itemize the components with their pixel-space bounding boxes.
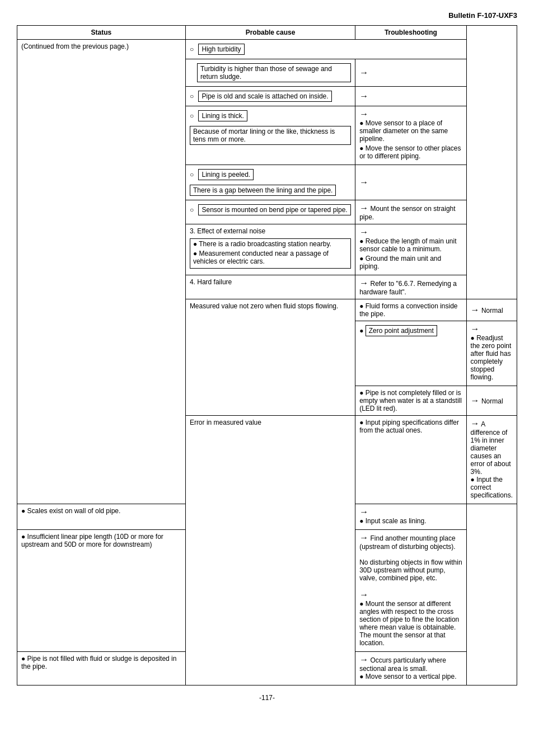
trouble-lining-peeled: → (355, 165, 466, 200)
arrow-icon: → (359, 590, 368, 600)
trouble-not-filled-normal: Normal (481, 397, 503, 405)
trouble-straight-pipe: Mount the sensor on straight pipe. (359, 205, 455, 221)
arrow-icon: → (359, 91, 368, 101)
trouble-sludge-list: Move sensor to a vertical pipe. (359, 673, 462, 680)
bulletin-header: Bulletin F-107-UXF3 (17, 11, 517, 20)
bullet-not-filled: ● (359, 389, 366, 397)
trouble-noise-item2: Ground the main unit and piping. (359, 255, 462, 270)
cause-lining-peeled: ○ Lining is peeled. There is a gap betwe… (185, 165, 355, 200)
cause-hard-failure: 4. Hard failure (185, 275, 355, 299)
main-table: Status Probable cause Troubleshooting (C… (17, 25, 517, 685)
trouble-pipe-length-text1: Find another mounting place (upstream of… (359, 534, 455, 551)
trouble-pipe-length-list: Mount the sensor at different angles wit… (359, 600, 462, 647)
trouble-convection: → Normal (466, 299, 517, 321)
lining-peeled-detail: There is a gap between the lining and th… (190, 184, 351, 197)
cause-external-noise: 3. Effect of external noise There is a r… (185, 224, 355, 275)
trouble-zero-item1: Readjust the zero point after fluid has … (471, 334, 513, 381)
arrow-icon: → (359, 278, 368, 288)
trouble-pipe-length-text2: No disturbing objects in flow within 30D… (359, 558, 462, 582)
trouble-hard-failure: → Refer to "6.6.7. Remedying a hardware … (355, 275, 466, 299)
arrow-icon: → (471, 324, 480, 334)
arrow-icon: → (471, 419, 480, 429)
noise-list: There is a radio broadcasting station ne… (193, 240, 348, 265)
trouble-lining-item1: Move sensor to a place of smaller diamet… (359, 119, 462, 143)
cause-not-filled: ● Pipe is not completely filled or is em… (355, 386, 466, 416)
trouble-scales-item1: Input scale as lining. (359, 517, 462, 525)
trouble-lining-list: Move sensor to a place of smaller diamet… (359, 119, 462, 160)
trouble-lining-item2: Move the sensor to other places or to di… (359, 144, 462, 160)
cause-convection: ● Fluid forms a convection inside the pi… (355, 299, 466, 321)
trouble-zero-list: Readjust the zero point after fluid has … (471, 334, 513, 381)
trouble-pipe-old: → (355, 87, 466, 106)
table-row: (Continued from the previous page.) ○ Hi… (17, 40, 517, 59)
bullet-specs: ● (359, 419, 366, 426)
trouble-convection-normal: Normal (481, 307, 503, 314)
circle-icon: ○ (190, 171, 194, 179)
trouble-turbidity-high: → (355, 59, 466, 87)
circle-icon: ○ (190, 112, 194, 120)
circle-icon: ○ (190, 45, 194, 53)
cause-sludge: ● Pipe is not filled with fluid or sludg… (17, 652, 186, 685)
lining-thick-detail: Because of mortar lining or the like, th… (190, 125, 351, 146)
trouble-lining: → Move sensor to a place of smaller diam… (355, 106, 466, 165)
trouble-sludge: → Occurs particularly where sectional ar… (355, 652, 466, 685)
bend-pipe-label: Sensor is mounted on bend pipe or tapere… (198, 204, 350, 215)
cause-lining-thick: ○ Lining is thick. Because of mortar lin… (185, 106, 355, 165)
trouble-sludge-text: Occurs particularly where sectional area… (359, 656, 446, 673)
external-noise-detail: There is a radio broadcasting station ne… (190, 237, 351, 270)
cause-pipe-length: ● Insufficient linear pipe length (10D o… (17, 530, 186, 652)
page-footer: -117- (17, 694, 517, 702)
trouble-specs-list: Input the correct specifications. (471, 476, 513, 499)
noise-box: There is a radio broadcasting station ne… (190, 238, 351, 269)
arrow-icon: → (359, 507, 368, 517)
cause-piping-specs: ● Input piping specifications differ fro… (355, 416, 466, 504)
bullet-scales: ● (21, 507, 27, 515)
arrow-icon: → (359, 68, 368, 78)
trouble-noise: → Reduce the length of main unit sensor … (355, 224, 466, 275)
bullet-convection: ● (359, 302, 366, 310)
trouble-bend: → Mount the sensor on straight pipe. (355, 200, 466, 224)
status-error: Error in measured value (185, 416, 355, 685)
arrow-icon: → (471, 305, 480, 315)
cause-turbidity-high: Turbidity is higher than those of sewage… (185, 59, 355, 87)
status-zero-flow: Measured value not zero when fluid stops… (185, 299, 355, 416)
circle-icon: ○ (190, 206, 194, 214)
bullet-pipe-length: ● (21, 533, 27, 541)
cause-high-turbidity: ○ High turbidity (185, 40, 466, 59)
arrow-icon: → (359, 533, 368, 543)
arrow-icon: → (359, 203, 368, 213)
trouble-specs-text: A difference of 1% in inner diameter cau… (471, 420, 511, 476)
trouble-not-filled: → Normal (466, 386, 517, 416)
header-status: Status (17, 26, 186, 40)
trouble-scales-list: Input scale as lining. (359, 517, 462, 525)
trouble-piping-specs: → A difference of 1% in inner diameter c… (466, 416, 517, 504)
trouble-noise-item1: Reduce the length of main unit sensor ca… (359, 237, 462, 253)
trouble-pipe-length-item1: Mount the sensor at different angles wit… (359, 600, 462, 647)
cause-zero-adj: ● Zero point adjustment (355, 321, 466, 386)
lining-peeled-label: Lining is peeled. (198, 169, 254, 180)
lining-gap-box: There is a gap between the lining and th… (190, 185, 336, 196)
lining-thick-box: Because of mortar lining or the like, th… (190, 126, 351, 145)
arrow-icon: → (359, 655, 368, 665)
cause-turbidity-sewage: Turbidity is higher than those of sewage… (197, 63, 351, 82)
header-troubleshooting: Troubleshooting (355, 26, 466, 40)
arrow-icon: → (359, 109, 368, 119)
trouble-hard-failure-text: Refer to "6.6.7. Remedying a hardware fa… (359, 280, 457, 296)
arrow-icon: → (359, 227, 368, 237)
circle-icon: ○ (190, 92, 194, 100)
arrow-icon: → (359, 177, 368, 187)
arrow-icon: → (471, 396, 480, 406)
trouble-noise-list: Reduce the length of main unit sensor ca… (359, 237, 462, 270)
lining-thick-label: Lining is thick. (198, 110, 247, 121)
trouble-specs-item1: Input the correct specifications. (471, 476, 513, 499)
bullet-sludge: ● (21, 655, 27, 663)
cause-pipe-scale: Pipe is old and scale is attached on ins… (198, 91, 331, 102)
header-cause: Probable cause (185, 26, 355, 40)
noise-item1: There is a radio broadcasting station ne… (193, 240, 348, 248)
bullet-zero: ● (359, 327, 366, 335)
trouble-zero-adj: → Readjust the zero point after fluid ha… (466, 321, 517, 386)
cause-bend-pipe: ○ Sensor is mounted on bend pipe or tape… (185, 200, 355, 224)
trouble-pipe-length: → Find another mounting place (upstream … (355, 530, 466, 652)
status-continued: (Continued from the previous page.) (17, 40, 186, 504)
trouble-scales: → Input scale as lining. (355, 504, 466, 530)
